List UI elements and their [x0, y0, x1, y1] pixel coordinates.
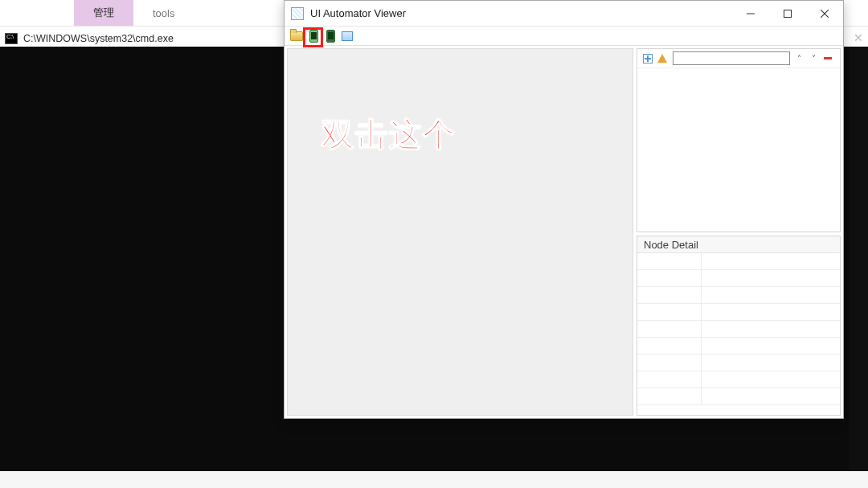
uav-client: ˄ ˅ Node Detail [285, 46, 843, 418]
window-icon [342, 31, 353, 41]
chevron-down-icon: ˅ [812, 54, 816, 63]
table-row [637, 338, 840, 355]
uav-titlebar[interactable]: UI Automator Viewer [285, 1, 843, 27]
table-row [637, 253, 840, 270]
cmd-close-button[interactable]: ✕ [849, 29, 868, 47]
table-row [637, 304, 840, 321]
device-screenshot-compressed-button[interactable] [323, 29, 338, 43]
table-row [637, 388, 840, 405]
expand-icon [643, 54, 653, 64]
device-screenshot-button[interactable] [306, 29, 321, 43]
chevron-up-icon: ˄ [797, 54, 801, 63]
ribbon-tab-manage[interactable]: 管理 [74, 0, 133, 26]
table-row [637, 270, 840, 287]
minus-icon [824, 57, 832, 59]
open-file-button[interactable] [289, 29, 304, 43]
hierarchy-tree[interactable] [637, 68, 840, 232]
maximize-button[interactable] [769, 1, 806, 26]
node-detail-grid[interactable] [637, 253, 840, 415]
hierarchy-tree-panel: ˄ ˅ [637, 48, 841, 232]
clear-search-button[interactable] [822, 53, 833, 64]
folder-icon [290, 31, 303, 41]
save-button[interactable] [340, 29, 354, 43]
cmd-icon [5, 33, 18, 44]
uav-app-icon [291, 7, 304, 20]
tree-toolbar: ˄ ˅ [637, 49, 840, 68]
uav-right-pane: ˄ ˅ Node Detail [637, 48, 841, 416]
maximize-icon [784, 10, 792, 18]
minimize-button[interactable] [732, 1, 769, 26]
svg-rect-1 [784, 10, 792, 17]
warning-icon [657, 54, 667, 63]
table-row [637, 355, 840, 371]
ribbon-tab-tools[interactable]: tools [133, 0, 194, 26]
search-next-button[interactable]: ˅ [808, 53, 819, 64]
tree-search-input[interactable] [673, 51, 790, 65]
table-row [637, 321, 840, 338]
bottom-strip [0, 471, 868, 488]
uav-title-text: UI Automator Viewer [310, 7, 732, 19]
toggle-naf-button[interactable] [657, 53, 668, 64]
device-icon [309, 30, 318, 43]
search-prev-button[interactable]: ˄ [793, 53, 805, 64]
minimize-icon [747, 10, 755, 18]
cmd-scrollbar[interactable] [849, 47, 868, 471]
node-detail-panel: Node Detail [637, 236, 841, 416]
node-detail-header: Node Detail [637, 236, 840, 253]
cmd-title-text: C:\WINDOWS\system32\cmd.exe [23, 33, 174, 44]
expand-all-button[interactable] [642, 53, 653, 64]
table-row [637, 287, 840, 304]
close-button[interactable] [806, 1, 843, 26]
screenshot-canvas[interactable] [287, 48, 633, 416]
ribbon-spacer [0, 0, 74, 26]
uiautomator-window: UI Automator Viewer [284, 0, 844, 419]
window-controls [732, 1, 843, 26]
table-row [637, 371, 840, 388]
uav-toolbar [285, 27, 843, 46]
device-dark-icon [326, 30, 335, 43]
close-icon [821, 10, 829, 18]
